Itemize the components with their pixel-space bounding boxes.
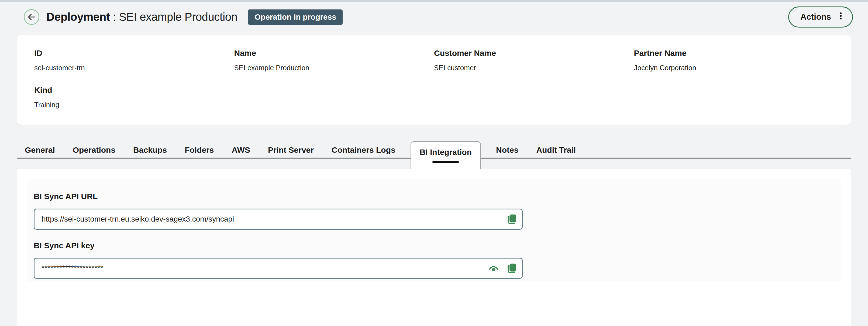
bi-sync-section: BI Sync API URL BI Sync API key: [27, 180, 841, 281]
page-title-separator: :: [113, 10, 116, 23]
page-title-name: SEI example Production: [119, 10, 238, 23]
tab-general[interactable]: General: [25, 145, 55, 169]
field-id-value: sei-customer-trn: [34, 64, 234, 72]
eye-icon: [487, 262, 500, 274]
field-kind: Kind Training: [34, 85, 234, 109]
field-id-label: ID: [34, 49, 234, 58]
kebab-menu-icon: [836, 11, 846, 23]
tab-backups[interactable]: Backups: [133, 145, 167, 169]
field-customer-name: Customer Name SEI customer: [434, 49, 634, 72]
copy-url-button[interactable]: [504, 212, 518, 227]
field-name-label: Name: [234, 49, 434, 58]
arrow-left-icon: [27, 12, 36, 22]
tab-print-server[interactable]: Print Server: [268, 145, 314, 169]
actions-button-label: Actions: [800, 12, 831, 22]
window-top-edge: [0, 0, 868, 2]
bi-integration-panel: BI Sync API URL BI Sync API key: [17, 169, 851, 326]
tab-bi-integration[interactable]: BI Integration: [410, 141, 481, 169]
bi-sync-url-label: BI Sync API URL: [34, 192, 834, 201]
field-partner-name: Partner Name Jocelyn Corporation: [634, 49, 834, 72]
page-header: Deployment : SEI example Production Oper…: [24, 7, 853, 27]
bi-sync-url-field: [34, 209, 523, 230]
back-button[interactable]: [24, 9, 39, 25]
tab-folders[interactable]: Folders: [185, 145, 214, 169]
field-name: Name SEI example Production: [234, 49, 434, 72]
reveal-key-button[interactable]: [487, 261, 501, 276]
field-id: ID sei-customer-trn: [34, 49, 234, 72]
actions-button[interactable]: Actions: [788, 6, 853, 28]
tab-aws[interactable]: AWS: [232, 145, 250, 169]
page-title: Deployment : SEI example Production: [46, 10, 237, 24]
deployment-summary-card: ID sei-customer-trn Name SEI example Pro…: [17, 35, 851, 125]
tab-notes[interactable]: Notes: [496, 145, 518, 169]
copy-icon: [505, 262, 518, 275]
page-title-entity: Deployment: [46, 10, 110, 23]
field-name-value: SEI example Production: [234, 64, 434, 72]
tab-bar: General Operations Backups Folders AWS P…: [17, 137, 851, 169]
partner-link[interactable]: Jocelyn Corporation: [634, 64, 696, 72]
tab-audit-trail[interactable]: Audit Trail: [536, 145, 576, 169]
copy-key-button[interactable]: [504, 261, 518, 276]
bi-sync-key-input[interactable]: [34, 258, 523, 279]
field-kind-value: Training: [34, 101, 234, 109]
bi-sync-key-label: BI Sync API key: [34, 241, 834, 250]
field-customer-name-label: Customer Name: [434, 49, 634, 58]
tab-containers-logs[interactable]: Containers Logs: [332, 145, 396, 169]
tab-operations[interactable]: Operations: [73, 145, 115, 169]
bi-sync-url-input[interactable]: [34, 209, 523, 230]
status-badge: Operation in progress: [248, 9, 343, 25]
bi-sync-key-field: [34, 258, 523, 279]
customer-link[interactable]: SEI customer: [434, 64, 476, 72]
field-partner-name-label: Partner Name: [634, 49, 834, 58]
field-kind-label: Kind: [34, 85, 234, 95]
copy-icon: [505, 213, 518, 226]
